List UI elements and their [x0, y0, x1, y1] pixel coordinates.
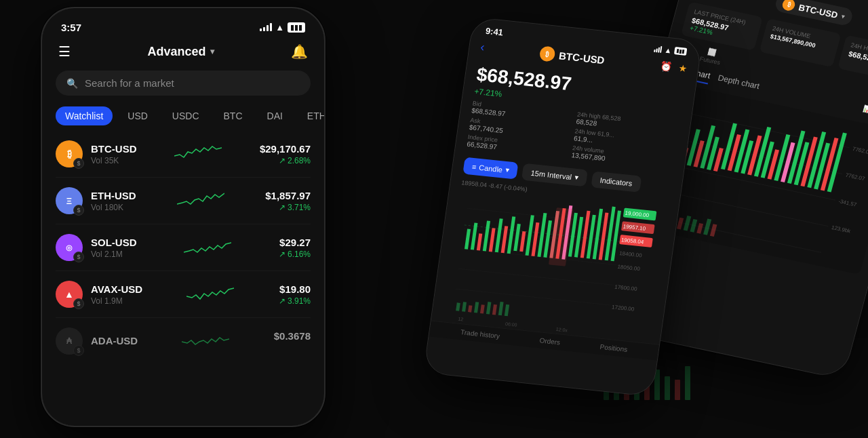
svg-rect-129: [468, 305, 472, 312]
futures-tab[interactable]: ⬜ Futures: [699, 47, 724, 66]
eth-symbol: ETH-USD: [91, 190, 136, 201]
avax-change: 3.91%: [279, 296, 311, 306]
svg-text:17200.00: 17200.00: [612, 304, 635, 312]
svg-rect-133: [492, 304, 497, 315]
btc-chart: [174, 142, 222, 165]
search-bar[interactable]: 🔍 Search for a market: [56, 71, 311, 96]
tab-dai[interactable]: DAI: [258, 106, 292, 125]
tab-usd[interactable]: USD: [118, 106, 157, 125]
svg-rect-79: [677, 218, 684, 230]
svg-line-88: [458, 268, 614, 285]
svg-text:18400.00: 18400.00: [619, 250, 643, 258]
front-ticker: ₿ BTC-USD: [539, 45, 606, 67]
svg-rect-90: [465, 228, 471, 249]
ada-chart: [182, 330, 229, 353]
tab-usdc[interactable]: USDC: [163, 106, 209, 125]
market-list: ₿ $ BTC-USD Vol 35K $29,170.67 2.68%: [42, 131, 324, 364]
eth-volume: Vol 180K: [91, 203, 136, 212]
tab-eth[interactable]: ETH: [298, 106, 324, 125]
svg-rect-128: [462, 302, 467, 311]
svg-rect-96: [501, 226, 509, 253]
sol-change: 6.16%: [279, 250, 311, 259]
back-ticker-name: BTC-USD: [797, 2, 839, 20]
search-icon: 🔍: [66, 78, 78, 89]
svg-rect-131: [480, 304, 485, 313]
orders-tab[interactable]: Orders: [539, 336, 561, 346]
chevron-icon: ▾: [841, 12, 846, 20]
left-phone: 3:57 ▲ ▮▮▮ ☰ Advanced ▾ 🔔 �: [41, 7, 326, 427]
clock-icon[interactable]: ⏰: [659, 60, 672, 73]
svg-rect-91: [471, 222, 478, 250]
market-tabs: Watchlist USD USDC BTC DAI ETH: [42, 101, 324, 131]
svg-rect-92: [477, 233, 482, 250]
svg-rect-127: [456, 302, 460, 311]
btc-price: $29,170.67: [260, 143, 311, 155]
avax-symbol: AVAX-USD: [91, 283, 142, 295]
indicators-btn[interactable]: 📊 Indicators: [863, 104, 868, 120]
eth-change: 3.71%: [265, 203, 311, 212]
sol-symbol: SOL-USD: [91, 237, 137, 248]
btc-ticker-icon: ₿: [781, 0, 796, 12]
status-bar: 3:57 ▲ ▮▮▮: [42, 8, 324, 38]
indicators-btn-front[interactable]: Indicators: [591, 171, 642, 192]
stat-volume: 24H VOLUME $13,567,890,000: [760, 18, 842, 67]
avax-chart: [186, 283, 234, 306]
svg-text:12:0x: 12:0x: [555, 327, 568, 333]
svg-rect-31: [685, 366, 690, 400]
svg-rect-134: [498, 302, 504, 315]
sol-price: $29.27: [279, 237, 311, 248]
search-input[interactable]: Search for a market: [85, 77, 174, 89]
tab-btc[interactable]: BTC: [214, 106, 252, 125]
bell-icon[interactable]: 🔔: [291, 43, 308, 60]
front-signal-icon: [654, 45, 662, 53]
app-header: ☰ Advanced ▾ 🔔: [42, 38, 324, 65]
svg-rect-30: [675, 380, 680, 400]
svg-text:7762.07: 7762.07: [845, 172, 866, 182]
market-item-eth[interactable]: Ξ $ ETH-USD Vol 180K $1,857.97 3.71%: [56, 178, 311, 224]
svg-text:12: 12: [458, 317, 464, 322]
status-time: 3:57: [61, 22, 81, 33]
svg-rect-98: [513, 224, 521, 251]
avax-volume: Vol 1.9M: [91, 296, 142, 306]
chevron-down-icon: ▾: [210, 47, 214, 56]
back-button[interactable]: ‹: [479, 40, 486, 54]
svg-rect-135: [505, 304, 509, 316]
svg-rect-132: [486, 302, 491, 314]
btc-volume: Vol 35K: [91, 156, 137, 165]
svg-rect-93: [483, 220, 490, 251]
avax-icon: ▲ $: [56, 281, 83, 308]
stat-last-price: LAST PRICE (24H) $68,528.97 +7.21%: [681, 1, 763, 50]
ada-price: $0.3678: [274, 330, 311, 342]
candle-type-btn[interactable]: ≡ Candle ▾: [462, 157, 518, 180]
tab-watchlist[interactable]: Watchlist: [56, 106, 113, 125]
ada-symbol: ADA-USD: [91, 335, 138, 346]
front-ticker-name: BTC-USD: [558, 49, 606, 66]
sol-icon: ◎ $: [56, 234, 83, 261]
btc-icon: ₿ $: [56, 140, 83, 167]
eth-icon: Ξ $: [56, 187, 83, 214]
interval-btn[interactable]: 15m Interval ▾: [521, 163, 588, 187]
sol-chart: [184, 236, 231, 259]
sol-volume: Vol 2.1M: [91, 250, 137, 259]
market-item-sol[interactable]: ◎ $ SOL-USD Vol 2.1M $29.27 6.16%: [56, 224, 311, 271]
svg-rect-81: [690, 219, 697, 233]
market-item-ada[interactable]: ₳ $ ADA-USD $0.3678: [56, 318, 311, 364]
trade-history-tab[interactable]: Trade history: [460, 328, 500, 340]
positions-tab[interactable]: Positions: [599, 343, 628, 353]
market-item-avax[interactable]: ▲ $ AVAX-USD Vol 1.9M $19.80 3.91%: [56, 271, 311, 318]
svg-text:123.9bk: 123.9bk: [831, 224, 852, 235]
front-btc-icon: ₿: [539, 45, 556, 62]
right-section: $61,995.00 24H LOW 24H HIGH $68,528.97 C…: [353, 0, 868, 438]
front-favorite-icon[interactable]: ★: [677, 62, 688, 74]
svg-text:06:00: 06:00: [505, 321, 518, 327]
btc-symbol: BTC-USD: [91, 143, 137, 155]
market-item-btc[interactable]: ₿ $ BTC-USD Vol 35K $29,170.67 2.68%: [56, 131, 311, 178]
status-icons: ▲ ▮▮▮: [260, 22, 305, 33]
front-battery-icon: ▮▮▮: [674, 47, 687, 56]
front-time: 9:41: [485, 26, 504, 38]
header-title[interactable]: Advanced ▾: [147, 45, 214, 59]
menu-icon[interactable]: ☰: [58, 43, 71, 60]
svg-text:18050.00: 18050.00: [617, 264, 641, 272]
svg-rect-130: [474, 302, 479, 313]
svg-text:17600.00: 17600.00: [614, 284, 638, 292]
